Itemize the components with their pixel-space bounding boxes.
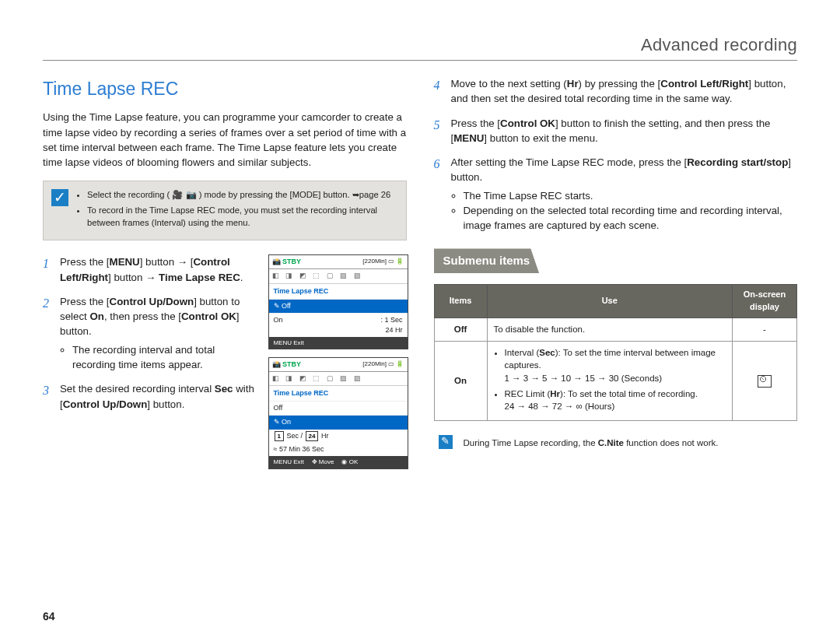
col-osd: On-screen display	[733, 285, 797, 318]
note-item: To record in the Time Lapse REC mode, yo…	[87, 205, 397, 229]
right-column: 4 Move to the next setting (Hr) by press…	[434, 76, 798, 477]
step-number: 5	[434, 116, 451, 146]
status-icons-row: ◧ ◨ ◩ ⬚ ▢ ▧ ▨	[269, 269, 408, 283]
col-items: Items	[434, 285, 487, 318]
time-remaining: [220Min]	[362, 360, 387, 367]
table-row: Off To disable the function. -	[434, 318, 797, 342]
lcd-footer: MENU Exit ✥ Move ◉ OK	[269, 456, 408, 468]
step-body: After setting the Time Lapse REC mode, p…	[451, 155, 798, 233]
interval-setting: 1 Sec / 24 Hr	[269, 430, 408, 444]
time-remaining: [220Min]	[362, 258, 387, 265]
status-icons-row: ◧ ◨ ◩ ⬚ ▢ ▧ ▨	[269, 372, 408, 386]
intro-paragraph: Using the Time Lapse feature, you can pr…	[43, 110, 407, 170]
submenu-heading: Submenu items	[434, 248, 540, 273]
computed-duration: ≈ 57 Min 36 Sec	[269, 443, 408, 456]
instruction-steps-cont: 4 Move to the next setting (Hr) by press…	[434, 76, 798, 233]
menu-row-on: On	[269, 415, 408, 429]
step-body: Press the [MENU] button → [Control Left/…	[60, 254, 261, 285]
table-row: On Interval (Sec): To set the time inter…	[434, 341, 797, 420]
lcd-screens: 📸 STBY [220Min] ▭ 🔋 ◧ ◨ ◩ ⬚ ▢ ▧ ▨ Time L…	[268, 254, 407, 476]
lcd-screen-1: 📸 STBY [220Min] ▭ 🔋 ◧ ◨ ◩ ⬚ ▢ ▧ ▨ Time L…	[268, 254, 408, 349]
step-number: 3	[43, 381, 60, 412]
step-number: 6	[434, 155, 451, 233]
note-item: Select the recording ( 🎥 📷 ) mode by pre…	[87, 189, 397, 202]
page-header: Advanced recording	[43, 35, 797, 61]
page-number: 64	[43, 610, 55, 623]
step-number: 4	[434, 76, 451, 107]
left-column: Time Lapse REC Using the Time Lapse feat…	[43, 76, 407, 477]
menu-title: Time Lapse REC	[269, 386, 408, 401]
stby-label: STBY	[282, 360, 301, 368]
menu-row-off: Off	[269, 401, 408, 415]
step-body: Move to the next setting (Hr) by pressin…	[451, 76, 798, 107]
info-note: During Time Lapse recording, the C.Nite …	[434, 432, 798, 454]
menu-row-off: Off	[269, 299, 408, 313]
submenu-table: Items Use On-screen display Off To disab…	[434, 284, 798, 421]
menu-title: Time Lapse REC	[269, 284, 408, 299]
step-body: Press the [Control Up/Down] button to se…	[60, 294, 261, 372]
step-number: 2	[43, 294, 60, 372]
stby-label: STBY	[282, 258, 301, 265]
check-icon	[51, 189, 68, 206]
header-title: Advanced recording	[641, 35, 797, 54]
lcd-footer: MENU Exit	[269, 337, 408, 349]
section-title: Time Lapse REC	[43, 76, 407, 102]
step-body: Set the desired recording interval Sec w…	[60, 381, 261, 412]
step-body: Press the [Control OK] button to finish …	[451, 116, 798, 146]
step-bullet: The recording interval and total recordi…	[72, 342, 261, 373]
menu-row-on: On : 1 Sec24 Hr	[269, 313, 408, 337]
prerequisite-note: Select the recording ( 🎥 📷 ) mode by pre…	[43, 181, 407, 240]
step-bullet: The Time Lapse REC starts.	[464, 188, 798, 203]
col-use: Use	[487, 285, 733, 318]
lcd-screen-2: 📸 STBY [220Min] ▭ 🔋 ◧ ◨ ◩ ⬚ ▢ ▧ ▨ Time L…	[268, 357, 408, 468]
step-number: 1	[43, 254, 60, 285]
step-bullet: Depending on the selected total recordin…	[464, 203, 798, 233]
timelapse-icon	[758, 375, 772, 388]
note-icon	[439, 435, 453, 449]
